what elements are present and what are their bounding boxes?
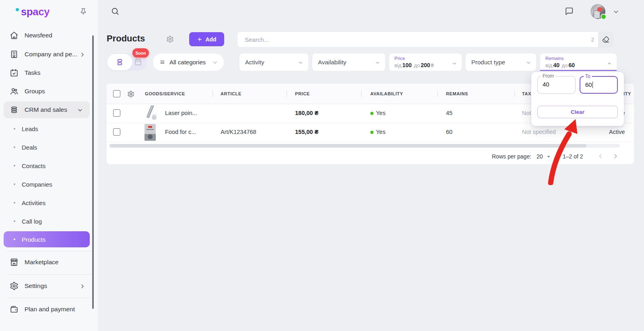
sidebar-item-tasks[interactable]: Tasks: [0, 64, 98, 82]
column-header-goods[interactable]: GOODS/SERVICE: [145, 91, 185, 96]
column-header-remains[interactable]: REMAINS: [446, 91, 468, 96]
availability-filter[interactable]: Availability: [312, 53, 385, 71]
chevron-down-icon: [77, 106, 83, 113]
pin-sidebar-icon[interactable]: [79, 7, 87, 15]
product-availability: Yes: [376, 129, 386, 135]
eraser-icon: [602, 36, 609, 43]
stack-icon: [10, 105, 19, 114]
remains-to-field[interactable]: To 60: [580, 76, 618, 94]
sidebar-item-marketplace[interactable]: Marketplace: [0, 253, 98, 271]
product-type-filter[interactable]: Product type: [466, 53, 536, 71]
home-icon: [10, 31, 19, 40]
scrollbar-thumb[interactable]: [109, 144, 586, 148]
product-price: 155,00 ₴: [295, 129, 318, 135]
profile-chevron-down-icon[interactable]: [613, 8, 619, 15]
sidebar-item-plan-and-payment[interactable]: Plan and payment: [0, 300, 98, 319]
logo-text: spacy: [21, 6, 50, 18]
horizontal-scrollbar: [109, 144, 620, 148]
column-header-availability[interactable]: AVAILABILITY: [370, 91, 403, 96]
row-checkbox[interactable]: [113, 128, 120, 136]
sidebar-item-products-active[interactable]: Products: [4, 231, 90, 247]
store-icon: [10, 258, 19, 267]
sidebar-item-call-log[interactable]: Call log: [0, 212, 98, 230]
product-name[interactable]: Laser poin...: [165, 110, 197, 116]
chevron-down-icon: [375, 59, 380, 66]
page-settings-gear-icon[interactable]: [166, 35, 174, 43]
bullet-dot: [14, 202, 15, 204]
app-window: U spacy Newsfeed Company and pe... Tasks…: [0, 0, 644, 331]
select-all-checkbox[interactable]: [113, 90, 120, 97]
sidebar-item-activities[interactable]: Activities: [0, 193, 98, 212]
uspacy-logo-icon: U: [6, 5, 20, 19]
global-search-icon[interactable]: [111, 7, 120, 16]
categories-filter[interactable]: All categories: [153, 53, 224, 71]
sidebar-item-label: Company and pe...: [25, 51, 77, 58]
row-checkbox[interactable]: [113, 109, 120, 117]
sidebar-item-label: Products: [22, 236, 45, 243]
chevron-up-icon: [607, 60, 612, 67]
rows-per-page-select[interactable]: 20: [537, 153, 543, 160]
caret-down-icon[interactable]: [545, 153, 552, 160]
product-availability: Yes: [376, 110, 386, 116]
filter-count-badge: 2: [591, 37, 594, 43]
availability-dot: [370, 131, 374, 134]
product-article: Art/K1234768: [221, 129, 256, 135]
rows-icon: [116, 58, 124, 66]
next-page-button[interactable]: [612, 152, 619, 160]
column-header-tax[interactable]: TAX: [522, 91, 531, 96]
sidebar-item-label: Newsfeed: [25, 32, 52, 39]
product-price: 180,00 ₴: [295, 110, 318, 116]
sidebar-item-label: Plan and payment: [25, 306, 75, 313]
sidebar-item-label: Settings: [25, 282, 47, 290]
product-thumbnail: [144, 105, 158, 123]
product-remains: 60: [446, 129, 452, 135]
price-filter[interactable]: Price від100 до200₴: [389, 53, 462, 71]
chat-icon[interactable]: [565, 7, 574, 16]
bullet-dot: [14, 183, 15, 185]
online-status-dot: [601, 14, 607, 20]
clear-button[interactable]: Clear: [537, 106, 618, 118]
remains-filter[interactable]: Remains від40 до60: [540, 53, 617, 71]
uspacy-logo[interactable]: U spacy: [6, 5, 50, 19]
chevron-down-icon: [452, 60, 457, 67]
column-header-price[interactable]: PRICE: [295, 91, 310, 96]
sidebar: U spacy Newsfeed Company and pe... Tasks…: [0, 0, 98, 331]
list-view-button[interactable]: [107, 54, 132, 70]
building-icon: [10, 50, 19, 59]
product-name[interactable]: Food for c...: [165, 129, 196, 135]
price-filter-label: Price: [394, 56, 405, 61]
prev-page-button[interactable]: [597, 152, 604, 160]
sidebar-item-label: Call log: [22, 218, 42, 225]
sidebar-item-companies[interactable]: Companies: [0, 175, 98, 193]
rows-per-page-label: Rows per page:: [492, 153, 531, 160]
sidebar-item-settings[interactable]: Settings: [0, 277, 98, 295]
from-field-label: From: [541, 73, 555, 79]
sidebar-scrollbar[interactable]: [92, 35, 94, 309]
sidebar-item-company[interactable]: Company and pe...: [0, 45, 98, 64]
sidebar-item-groups[interactable]: Groups: [0, 82, 98, 101]
add-button[interactable]: Add: [189, 32, 224, 46]
table-settings-gear-icon[interactable]: [127, 90, 134, 98]
to-field-label: To: [584, 74, 592, 79]
search-input[interactable]: [237, 36, 591, 43]
wallet-icon: [10, 305, 19, 314]
remains-from-field[interactable]: From 40: [537, 76, 576, 94]
sidebar-item-label: Companies: [22, 181, 52, 188]
svg-text:U: U: [7, 5, 16, 19]
product-tax: Not specified: [522, 129, 556, 135]
sidebar-item-crm-and-sales[interactable]: CRM and sales: [4, 101, 90, 118]
product-activity: Active: [609, 129, 625, 135]
sidebar-item-leads[interactable]: Leads: [0, 119, 98, 138]
chevron-right-icon: [79, 282, 86, 290]
pagination: Rows per page: 20 1–2 of 2: [107, 148, 634, 164]
sidebar-item-deals[interactable]: Deals: [0, 138, 98, 156]
clear-filters-button[interactable]: [598, 32, 613, 47]
column-header-article[interactable]: ARTICLE: [221, 91, 242, 96]
chevron-right-icon: [79, 51, 86, 58]
sidebar-item-newsfeed[interactable]: Newsfeed: [0, 26, 98, 45]
calendar-view-button[interactable]: [134, 58, 142, 66]
chevron-down-icon: [298, 59, 303, 66]
bullet-dot: [14, 238, 15, 240]
activity-filter[interactable]: Activity: [239, 53, 308, 71]
sidebar-item-contacts[interactable]: Contacts: [0, 156, 98, 175]
